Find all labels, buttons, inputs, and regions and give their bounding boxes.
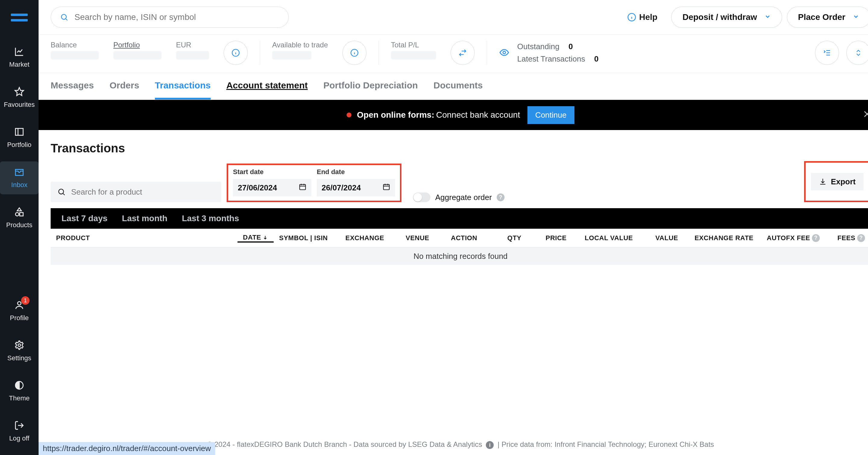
sidebar-item-market[interactable]: Market [0,41,38,74]
aggregate-order: Aggregate order ? [413,193,504,202]
sidebar-item-settings[interactable]: Settings [0,335,38,368]
banner-text: Connect bank account [436,110,520,120]
tab-depreciation[interactable]: Portfolio Depreciation [323,80,418,99]
export-button[interactable]: Export [811,173,864,190]
sidebar-item-logoff[interactable]: Log off [0,415,38,448]
swap-icon [458,49,467,57]
download-icon [819,178,827,186]
end-date-value: 26/07/2024 [321,183,361,193]
svg-rect-1 [16,129,23,136]
tab-account-statement[interactable]: Account statement [226,80,308,99]
deposit-withdraw-button[interactable]: Deposit / withdraw [671,7,782,28]
th-date[interactable]: DATE [238,233,274,243]
expand-icon [855,49,862,57]
range-tab-7days[interactable]: Last 7 days [61,214,107,223]
logout-icon [0,420,38,432]
aggregate-toggle[interactable] [413,193,430,202]
blurred-value [51,51,99,59]
swap-button[interactable] [451,41,475,65]
end-date-label: End date [317,168,395,176]
th-symbol[interactable]: SYMBOL | ISIN [274,234,340,242]
summary-label: Portfolio [113,41,161,49]
th-date-label: DATE [243,233,261,241]
help-icon[interactable]: ? [857,234,865,242]
svg-point-8 [18,344,21,347]
info-button[interactable] [342,41,367,65]
th-autofx-label: AUTOFX FEE [767,234,810,242]
sidebar-item-portfolio[interactable]: Portfolio [0,121,38,154]
range-tab-3months[interactable]: Last 3 months [182,214,239,223]
svg-point-30 [59,189,64,194]
svg-rect-36 [383,184,390,190]
info-icon [627,13,636,22]
layout-icon [0,127,38,139]
th-fees[interactable]: FEES ? [825,234,868,242]
place-order-button[interactable]: Place Order [787,7,868,28]
th-product[interactable]: PRODUCT [51,234,238,242]
status-dot-icon [347,113,351,117]
banner-continue-button[interactable]: Continue [527,106,575,124]
expand-button[interactable] [846,41,868,65]
eye-icon[interactable] [499,47,509,59]
svg-marker-4 [17,208,22,211]
start-date-input[interactable]: 27/06/2024 [233,179,311,196]
chevron-down-icon [852,12,859,22]
theme-icon [0,380,38,392]
tab-documents[interactable]: Documents [433,80,483,99]
svg-point-24 [503,51,506,54]
banner-close-icon[interactable] [863,109,868,121]
info-icon [350,49,359,57]
sort-desc-icon [263,235,268,240]
global-search[interactable] [51,7,289,28]
shapes-icon [0,207,38,219]
summary-balance: Balance [51,41,99,59]
th-autofx[interactable]: AUTOFX FEE ? [759,234,825,242]
help-link[interactable]: Help [627,12,658,22]
summary-portfolio[interactable]: Portfolio [113,41,161,59]
th-qty[interactable]: QTY [494,234,527,242]
svg-point-7 [18,302,21,305]
account-summary: Balance Portfolio EUR Available t [38,35,868,73]
help-icon[interactable]: ? [497,193,504,201]
sidebar-item-label: Favourites [4,101,35,108]
info-icon[interactable]: i [486,441,494,449]
global-search-input[interactable] [74,12,279,22]
tab-orders[interactable]: Orders [110,80,139,99]
th-rate[interactable]: EXCHANGE RATE [684,234,759,242]
th-venue[interactable]: VENUE [400,234,445,242]
product-search[interactable] [51,182,221,202]
th-action[interactable]: ACTION [445,234,494,242]
end-date-input[interactable]: 26/07/2024 [317,179,395,196]
info-button[interactable] [224,41,248,65]
th-price[interactable]: PRICE [527,234,572,242]
help-icon[interactable]: ? [812,234,820,242]
tab-transactions[interactable]: Transactions [155,80,211,99]
star-icon [0,87,38,98]
status-url: https://trader.degiro.nl/trader/#/accoun… [38,442,215,455]
date-range-highlight: Start date 27/06/2024 End date 26/07/202… [227,164,401,202]
summary-label: Latest Transactions [517,54,585,64]
range-tab-lastmonth[interactable]: Last month [122,214,167,223]
sidebar-item-inbox[interactable]: Inbox [0,162,38,194]
sidebar-item-profile[interactable]: 1 Profile [0,294,38,328]
tab-messages[interactable]: Messages [51,80,94,99]
sidebar-item-theme[interactable]: Theme [0,375,38,408]
sidebar-item-label: Market [9,61,29,68]
summary-label: Available to trade [272,41,328,49]
sidebar-item-products[interactable]: Products [0,202,38,234]
summary-available: Available to trade [272,41,328,59]
summary-label: EUR [176,41,209,49]
page-title: Transactions [51,142,868,155]
th-fees-label: FEES [838,234,855,242]
start-date-label: Start date [233,168,311,176]
svg-marker-0 [15,87,24,96]
sidebar-item-favourites[interactable]: Favourites [0,81,38,114]
search-icon [60,13,68,22]
list-button[interactable] [815,41,839,65]
footer-left: © 2024 - flatexDEGIRO Bank Dutch Branch … [207,440,482,448]
product-search-input[interactable] [71,188,215,197]
th-exchange[interactable]: EXCHANGE [340,234,400,242]
th-value[interactable]: VALUE [638,234,684,242]
th-local[interactable]: LOCAL VALUE [572,234,638,242]
blurred-value [391,51,436,59]
